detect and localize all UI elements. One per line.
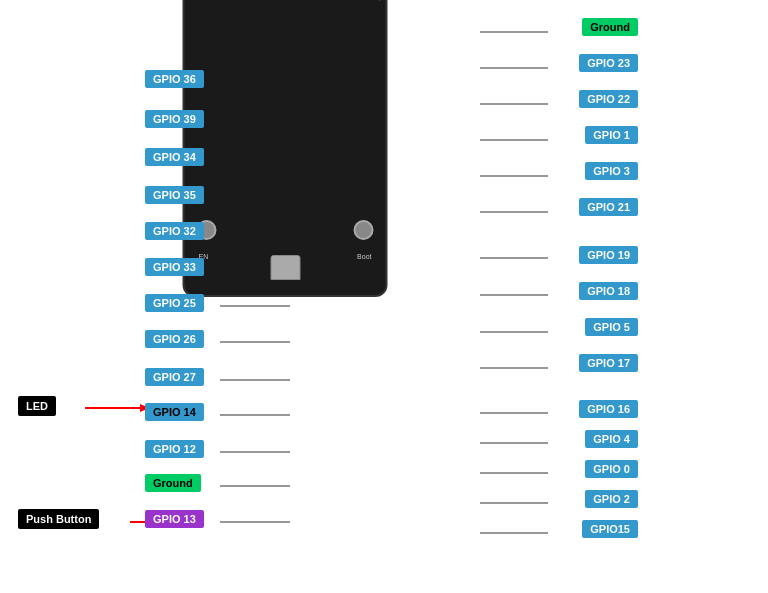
label-gpio5: GPIO 5 — [585, 318, 638, 336]
page-container: ESPRESSIF ESP32-WROVER-B C € FCC Boot EN — [0, 0, 768, 593]
label-gpio18: GPIO 18 — [579, 282, 638, 300]
label-gpio16: GPIO 16 — [579, 400, 638, 418]
led-annotation-label: LED — [18, 396, 56, 416]
label-gpio33: GPIO 33 — [145, 258, 204, 276]
label-gpio32: GPIO 32 — [145, 222, 204, 240]
label-gpio22: GPIO 22 — [579, 90, 638, 108]
label-gpio0: GPIO 0 — [585, 460, 638, 478]
label-ground-right: Ground — [582, 18, 638, 36]
label-ground-left: Ground — [145, 474, 201, 492]
push-button-annotation-label: Push Button — [18, 509, 99, 529]
usb-connector — [270, 255, 300, 280]
label-gpio12: GPIO 12 — [145, 440, 204, 458]
label-gpio4: GPIO 4 — [585, 430, 638, 448]
label-gpio15: GPIO15 — [582, 520, 638, 538]
label-gpio26: GPIO 26 — [145, 330, 204, 348]
label-gpio13: GPIO 13 — [145, 510, 204, 528]
label-gpio34: GPIO 34 — [145, 148, 204, 166]
label-gpio14: GPIO 14 — [145, 403, 204, 421]
label-gpio27: GPIO 27 — [145, 368, 204, 386]
label-gpio39: GPIO 39 — [145, 110, 204, 128]
boot-label: Boot — [357, 253, 371, 260]
right-silkscreen: GND 23 22 TX RX 21 GND 19 18 5 17 16 4 0… — [378, 0, 384, 2]
pcb-board: ESPRESSIF ESP32-WROVER-B C € FCC Boot EN — [183, 0, 388, 297]
label-gpio2: GPIO 2 — [585, 490, 638, 508]
label-gpio35: GPIO 35 — [145, 186, 204, 204]
label-gpio3: GPIO 3 — [585, 162, 638, 180]
label-gpio25: GPIO 25 — [145, 294, 204, 312]
label-gpio23: GPIO 23 — [579, 54, 638, 72]
label-gpio19: GPIO 19 — [579, 246, 638, 264]
label-gpio1: GPIO 1 — [585, 126, 638, 144]
boot-button[interactable] — [354, 220, 374, 240]
label-gpio17: GPIO 17 — [579, 354, 638, 372]
label-gpio36: GPIO 36 — [145, 70, 204, 88]
label-gpio21: GPIO 21 — [579, 198, 638, 216]
